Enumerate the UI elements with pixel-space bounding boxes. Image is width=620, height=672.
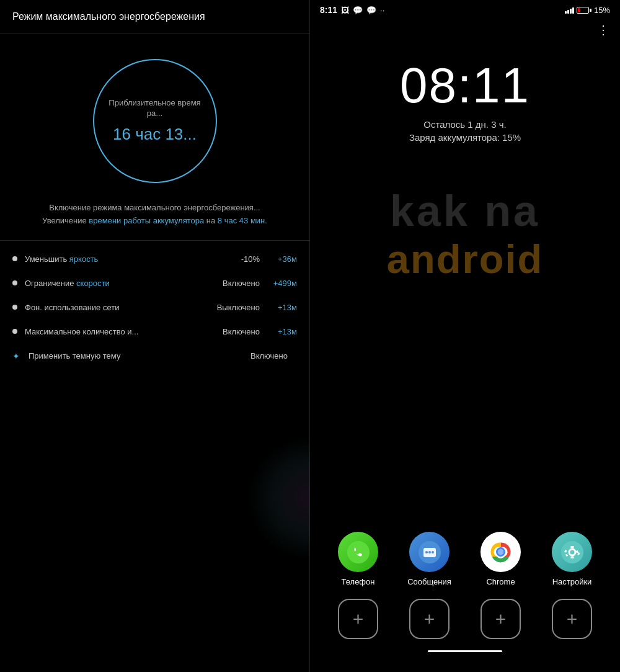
circle-time: 16 час 13...: [113, 125, 197, 144]
settings-label: Настройки: [552, 577, 592, 586]
three-dots-menu[interactable]: ⋮: [310, 20, 620, 42]
app-item-messages[interactable]: Сообщения: [402, 532, 458, 586]
circle-section: Приблизительное время ра... 16 час 13...: [0, 34, 309, 202]
signal-bars: [565, 6, 574, 14]
battery-tip: [590, 9, 591, 12]
setting-value-background-net: +13м: [269, 303, 297, 312]
battery-body: [577, 7, 589, 14]
add-button-4[interactable]: +: [552, 599, 592, 639]
bullet-icon: [12, 305, 17, 310]
setting-name-background-net: Фон. использование сети: [25, 303, 217, 312]
setting-item-background-net: Фон. использование сети Выключено +13м: [0, 295, 309, 320]
setting-name-brightness: Уменьшить яркость: [25, 254, 241, 264]
circle-label: Приблизительное время ра...: [107, 98, 203, 119]
setting-name-max-apps: Максимальное количество и...: [25, 327, 223, 336]
bullet-icon: [12, 329, 17, 334]
left-panel: Режим максимального энергосбережения При…: [0, 0, 310, 672]
setting-item-speed: Ограничение скорости Включено +499м: [0, 271, 309, 295]
leaf-icon: ✦: [12, 351, 21, 360]
chrome-label: Chrome: [486, 577, 515, 586]
bullet-icon: [12, 256, 17, 261]
status-line2-suffix: на: [204, 216, 218, 225]
setting-value-brightness: +36м: [269, 254, 297, 264]
svg-point-5: [432, 551, 434, 553]
messages-icon: [409, 532, 450, 572]
clock-subtitle2: Заряд аккумулятора: 15%: [409, 132, 521, 143]
bottom-nav-bar: [428, 650, 502, 652]
add-button-1[interactable]: +: [338, 599, 378, 639]
setting-item-dark-theme: ✦ Применить темную тему Включено: [0, 344, 309, 368]
add-button-3[interactable]: +: [480, 599, 521, 639]
setting-status-speed: Включено: [223, 279, 260, 288]
status-left: 8:11 🖼 💬 💬 ··: [320, 5, 384, 15]
add-button-2[interactable]: +: [409, 599, 450, 639]
svg-point-9: [498, 549, 503, 555]
chrome-icon: [480, 532, 521, 572]
svg-point-10: [561, 541, 583, 563]
status-time: 8:11: [320, 5, 337, 15]
phone-icon: [338, 532, 378, 572]
app-item-settings[interactable]: Настройки: [544, 532, 600, 586]
phone-label: Телефон: [342, 577, 375, 586]
clock-area: 08:11 Осталось 1 дн. 3 ч. Заряд аккумуля…: [310, 42, 620, 155]
setting-status-background-net: Выключено: [217, 303, 260, 312]
status-line1: Включение режима максимального энергосбе…: [49, 203, 260, 212]
right-panel: 8:11 🖼 💬 💬 ·· 15% ⋮: [310, 0, 620, 672]
setting-value-speed: +499м: [269, 279, 297, 288]
battery-indicator: [577, 7, 591, 14]
big-clock: 08:11: [400, 61, 530, 110]
notif-dots: ··: [380, 6, 384, 15]
notif-icon-3: 💬: [366, 6, 376, 15]
setting-item-brightness: Уменьшить яркость -10% +36м: [0, 247, 309, 271]
settings-icon: [552, 532, 592, 572]
messages-label: Сообщения: [407, 577, 451, 586]
app-item-chrome[interactable]: Chrome: [473, 532, 529, 586]
status-line2-link: времени работы аккумулятора: [89, 216, 204, 225]
notif-icon-2: 💬: [353, 6, 363, 15]
clock-subtitle1: Осталось 1 дн. 3 ч.: [423, 119, 506, 130]
setting-name-speed: Ограничение скорости: [25, 279, 223, 288]
app-item-phone[interactable]: Телефон: [330, 532, 386, 586]
apps-section: Телефон Сообщения: [310, 155, 620, 672]
battery-circle: Приблизительное время ра... 16 час 13...: [93, 59, 217, 183]
notif-icon-1: 🖼: [341, 6, 349, 15]
status-right: 15%: [565, 6, 610, 15]
setting-status-brightness: -10%: [241, 254, 260, 264]
signal-bar-2: [567, 10, 569, 14]
status-line2-time: 8 час 43 мин.: [218, 216, 267, 225]
setting-value-max-apps: +13м: [269, 327, 297, 336]
svg-point-3: [425, 551, 428, 553]
setting-name-dark-theme: Применить темную тему: [29, 351, 250, 361]
left-header-title: Режим максимального энергосбережения: [12, 11, 205, 22]
status-line2-prefix: Увеличение: [42, 216, 89, 225]
setting-status-dark-theme: Включено: [250, 351, 288, 361]
battery-percent: 15%: [594, 6, 610, 15]
settings-list: Уменьшить яркость -10% +36м Ограничение …: [0, 240, 309, 672]
setting-status-max-apps: Включено: [223, 327, 260, 336]
bullet-icon: [12, 280, 17, 285]
left-header: Режим максимального энергосбережения: [0, 0, 309, 34]
svg-point-4: [428, 551, 431, 553]
signal-bar-4: [572, 7, 574, 14]
signal-bar-3: [570, 9, 572, 14]
app-row: Телефон Сообщения: [310, 526, 620, 593]
status-text: Включение режима максимального энергосбе…: [0, 202, 309, 240]
svg-point-0: [347, 541, 370, 563]
battery-fill: [578, 8, 580, 12]
signal-bar-1: [565, 11, 567, 14]
add-buttons-row: + + + +: [310, 593, 620, 645]
setting-item-max-apps: Максимальное количество и... Включено +1…: [0, 320, 309, 344]
status-bar: 8:11 🖼 💬 💬 ·· 15%: [310, 0, 620, 20]
